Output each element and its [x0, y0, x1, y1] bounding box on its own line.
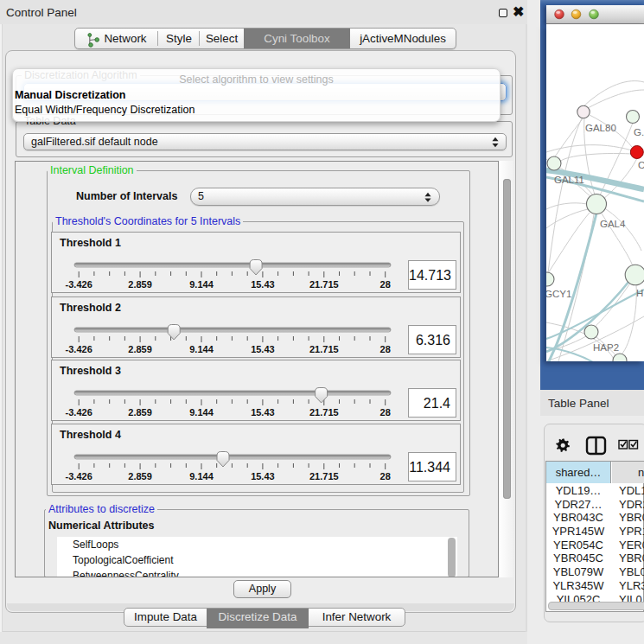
svg-text:G.: G.	[634, 127, 644, 137]
svg-text:C: C	[638, 160, 644, 170]
svg-text:H: H	[636, 288, 643, 298]
svg-text:GAL4: GAL4	[600, 219, 626, 229]
svg-text:GAL11: GAL11	[554, 175, 584, 185]
svg-text:GCY1: GCY1	[546, 289, 571, 299]
svg-text:HAP2: HAP2	[593, 342, 619, 353]
svg-text:GAL80: GAL80	[585, 123, 616, 133]
